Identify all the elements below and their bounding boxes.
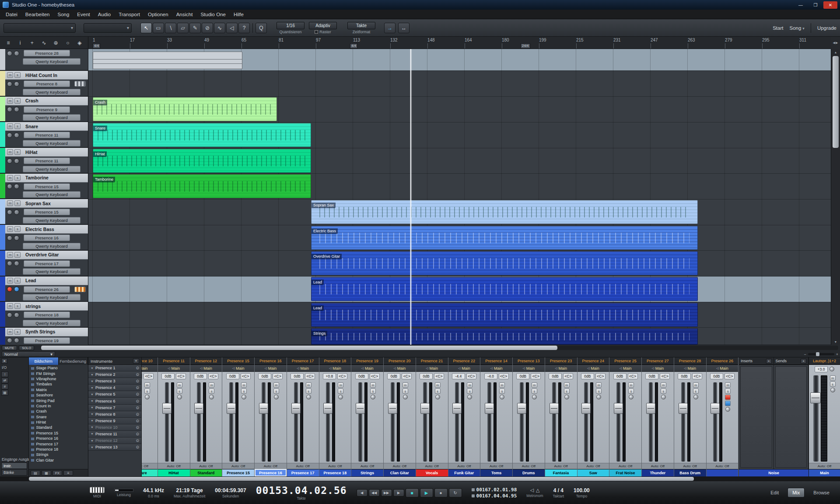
track-instrument-button[interactable]: Presence 15 (24, 209, 70, 215)
time-signature-marker[interactable]: 24/4 (521, 43, 530, 49)
monitor-button[interactable] (14, 312, 19, 318)
previous-bar-button[interactable]: ◀ (357, 489, 368, 497)
volume-fader[interactable] (584, 382, 588, 462)
channel-output-selector[interactable]: ◁ Main (287, 365, 319, 372)
mono-button[interactable] (830, 388, 835, 392)
channel-output-selector[interactable]: ◁ Main (609, 365, 641, 372)
channel-pan-value[interactable]: <C> (273, 373, 283, 379)
volume-fader[interactable] (520, 382, 524, 462)
instrument-slot[interactable]: ▼ Presence 8 ⊙ (88, 411, 141, 418)
track-keyboard-button[interactable]: Qwerty Keyboard (23, 58, 80, 65)
monitor-button[interactable] (14, 107, 19, 112)
instrument-slot[interactable]: ▼ Presence 2 ⊙ (88, 371, 141, 378)
channel-mute-button[interactable]: m (273, 382, 279, 388)
pattern-icon[interactable] (74, 287, 86, 292)
volume-fader[interactable] (165, 382, 169, 462)
volume-fader[interactable] (552, 382, 556, 462)
fader-handle[interactable] (452, 403, 462, 414)
automation-mode[interactable]: Auto: Off (319, 463, 351, 469)
fader-handle[interactable] (388, 403, 397, 414)
volume-fader[interactable] (197, 382, 201, 462)
channel-solo-button[interactable]: s (273, 388, 279, 394)
channel-color-label[interactable]: Bass Drum (674, 469, 706, 476)
channel-color-label[interactable]: Presence 18 (319, 469, 351, 476)
volume-fader[interactable] (262, 382, 266, 462)
pan-knob[interactable] (725, 407, 730, 412)
track-keyboard-button[interactable]: Qwerty Keyboard (23, 114, 80, 121)
listen-tool[interactable]: ◁ (226, 23, 238, 33)
arrangement-clip[interactable]: Strings (311, 328, 698, 345)
channel-color-label[interactable]: Drums (513, 469, 545, 476)
track-header[interactable]: m s Snare Presence 11 Qwerty Keyboard (0, 122, 88, 148)
channel-color-label[interactable]: Thunder (642, 469, 674, 476)
track-instrument-button[interactable]: Presence 15 (24, 183, 70, 190)
time-signature-marker[interactable]: 4/4 (350, 43, 357, 49)
channel-record-button[interactable] (725, 395, 731, 400)
automation-icon[interactable]: ∿ (40, 40, 48, 46)
info-icon[interactable]: i (16, 40, 24, 46)
track-instrument-button[interactable]: Presence 28 (24, 50, 70, 56)
autoscroll-button[interactable]: → (384, 23, 396, 33)
stop-button[interactable]: ■ (406, 488, 419, 497)
track-instrument-button[interactable]: Presence 18 (24, 312, 70, 318)
song-page-button[interactable]: Song▾ (789, 25, 804, 31)
track-mute-button[interactable]: m (7, 200, 13, 206)
arrangement-area[interactable]: Crash Snare HiHat Tamborine Sopran Sax E… (88, 49, 831, 345)
track-header[interactable]: m s Lead Presence 26 Qwerty Keyboard (0, 276, 88, 302)
channel-output-selector[interactable]: ◁ Main (142, 365, 158, 372)
track-keyboard-button[interactable]: Qwerty Keyboard (23, 191, 80, 198)
track-keyboard-button[interactable]: Qwerty Keyboard (23, 268, 80, 275)
channel-output-selector[interactable]: ◁ Main (319, 365, 351, 372)
track-mute-button[interactable]: m (7, 226, 13, 232)
channel-output-selector[interactable]: ◁ Main (190, 365, 222, 372)
channel-solo-button[interactable]: s (693, 388, 699, 394)
updown-icon[interactable]: ↕ (1, 371, 8, 377)
inserts-list[interactable] (740, 366, 772, 468)
volume-fader[interactable] (423, 382, 427, 462)
chevron-down-icon[interactable]: ▼ (91, 373, 94, 376)
track-header[interactable]: m s HiHat Count In Presence 8 Qwerty Key… (0, 71, 88, 97)
channel-volume-value[interactable]: 0dB (678, 373, 691, 379)
track-header[interactable]: m s Electric Bass Presence 16 Qwerty Key… (0, 225, 88, 251)
split-tool[interactable]: ∖ (165, 23, 176, 33)
arrangement-clip[interactable]: Lead (311, 303, 698, 327)
track-keyboard-button[interactable]: Qwerty Keyboard (23, 140, 80, 147)
channel-color-label[interactable]: Presence 15 (222, 469, 254, 476)
channel-color-label[interactable]: Standard (190, 469, 222, 476)
mixer-channel-strip[interactable]: Presence 11 ◁ Main 0dB <C> m s (158, 357, 190, 476)
pattern-icon[interactable] (74, 81, 86, 87)
fader-handle[interactable] (162, 403, 172, 414)
mixer-channel-strip[interactable]: Presence 17 ◁ Main 0dB <C> m s (287, 357, 319, 476)
zoom-in-button[interactable]: + (836, 352, 838, 357)
marker-icon[interactable]: ◈ (76, 40, 84, 46)
browser-tab[interactable]: Bildschirm (29, 357, 59, 365)
monitor-button[interactable] (14, 287, 19, 292)
track-lane[interactable] (88, 71, 831, 97)
channel-mute-button[interactable]: m (725, 382, 731, 388)
channel-solo-button[interactable]: s (467, 388, 472, 394)
track-header[interactable]: m s Synth Strings Presence 19 (0, 328, 88, 345)
chevron-down-icon[interactable]: ▼ (91, 439, 94, 442)
track-header[interactable]: m s Crash Presence 9 Qwerty Keyboard (0, 97, 88, 122)
record-arm-button[interactable] (7, 235, 12, 241)
channel-solo-button[interactable]: s (435, 388, 441, 394)
pan-knob[interactable] (467, 395, 472, 399)
help-tool[interactable]: ? (238, 23, 250, 33)
channel-color-label[interactable]: Fantasia (545, 469, 577, 476)
rewind-button[interactable]: ◀◀ (369, 489, 380, 497)
track-solo-button[interactable]: s (14, 278, 21, 284)
chevron-down-icon[interactable]: ▼ (91, 367, 94, 370)
channel-volume-value[interactable]: 0dB (142, 373, 142, 379)
channel-pan-value[interactable]: <C> (144, 373, 154, 379)
monitor-button[interactable] (14, 235, 19, 241)
global-mute-button[interactable]: MUTE (2, 346, 17, 350)
pan-knob[interactable] (693, 395, 698, 399)
automation-mode[interactable]: Auto: Off (255, 463, 287, 469)
add-instrument-button[interactable]: + (133, 358, 139, 364)
group-icon[interactable]: ⊕ (52, 40, 60, 46)
channel-pan-value[interactable]: <C> (370, 373, 380, 379)
channel-color-label[interactable]: Saw (578, 469, 609, 476)
channel-output-selector[interactable]: ◁ Main (255, 365, 287, 372)
automation-mode[interactable]: Auto: Off (809, 463, 840, 469)
close-mixer-button[interactable]: ✕ (1, 358, 7, 364)
